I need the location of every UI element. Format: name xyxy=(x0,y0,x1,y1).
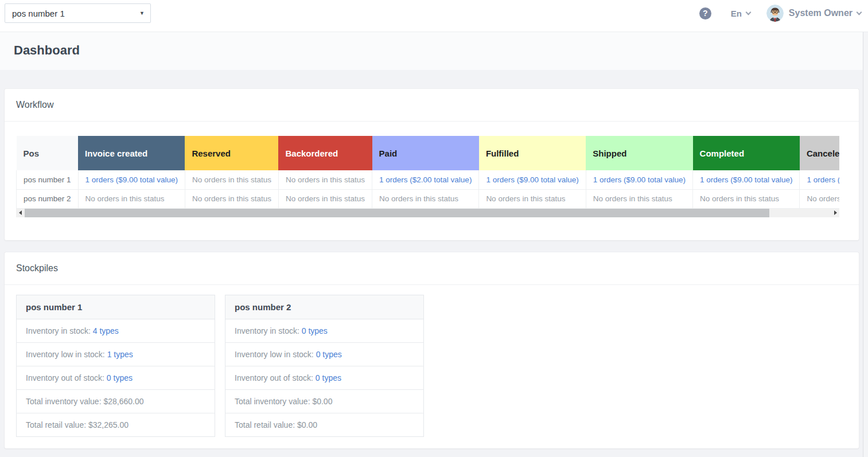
language-menu[interactable]: En xyxy=(731,9,750,18)
stockpile-row: Inventory in stock: 4 types xyxy=(17,319,215,342)
chevron-down-icon xyxy=(857,10,862,15)
pos-select-value: pos number 1 xyxy=(12,9,65,18)
stockpile-panel-title: pos number 2 xyxy=(225,295,424,319)
stockpile-value-cell: Total inventory value: $0.00 xyxy=(225,389,424,413)
workflow-card-body: PosInvoice createdReservedBackorderedPai… xyxy=(5,122,859,240)
stockpiles-card-title: Stockpiles xyxy=(5,252,859,285)
workflow-empty-cell: No orders in this status xyxy=(185,189,278,208)
vertical-scrollbar[interactable] xyxy=(863,32,868,457)
workflow-column-pos: Pos xyxy=(17,136,79,170)
content: Workflow PosInvoice createdReservedBacko… xyxy=(0,89,868,448)
stockpile-value-cell: Total retail value: $32,265.00 xyxy=(17,413,215,436)
topbar-actions: ? En System Owner xyxy=(699,3,861,23)
workflow-card: Workflow PosInvoice createdReservedBacko… xyxy=(5,89,859,240)
workflow-cell: 1 orders ($9.00 total value) xyxy=(586,170,692,189)
stockpile-panel: pos number 1Inventory in stock: 4 typesI… xyxy=(16,295,215,437)
workflow-card-title: Workflow xyxy=(5,89,859,122)
stockpile-row: Total inventory value: $0.00 xyxy=(225,389,424,413)
workflow-column-invoice-created: Invoice created xyxy=(78,136,185,170)
workflow-column-fulfilled: Fulfilled xyxy=(479,136,586,170)
stockpile-row: Total inventory value: $28,660.00 xyxy=(17,389,215,413)
stockpile-types-link[interactable]: 0 types xyxy=(316,350,342,359)
stockpile-row-label: Total retail value: $32,265.00 xyxy=(26,420,129,429)
stockpile-stat-cell: Inventory low in stock: 1 types xyxy=(17,342,215,366)
workflow-column-backordered: Backordered xyxy=(278,136,372,170)
workflow-row: pos number 11 orders ($9.00 total value)… xyxy=(17,170,840,189)
workflow-orders-link[interactable]: 1 orders ($9.00 total value) xyxy=(700,175,792,184)
stockpile-types-link[interactable]: 1 types xyxy=(107,350,133,359)
workflow-empty-cell: No orders in this status xyxy=(479,189,586,208)
chevron-down-icon xyxy=(745,10,751,15)
stockpile-stat-cell: Inventory low in stock: 0 types xyxy=(225,342,424,366)
stockpile-row-label: Inventory in stock: xyxy=(235,326,299,335)
workflow-row: pos number 2No orders in this statusNo o… xyxy=(17,189,840,208)
workflow-row-pos: pos number 2 xyxy=(17,189,79,208)
workflow-cell: 1 orders ($9.00 total value) xyxy=(78,170,185,189)
stockpile-value-cell: Total retail value: $0.00 xyxy=(225,413,424,436)
scrollbar-thumb[interactable] xyxy=(25,209,769,217)
workflow-empty-cell: No orders in this status xyxy=(586,189,692,208)
workflow-empty-cell: No orders in this status xyxy=(185,170,278,189)
workflow-orders-link[interactable]: 1 orders ($2.00 total value) xyxy=(807,175,839,184)
workflow-orders-link[interactable]: 1 orders ($9.00 total value) xyxy=(593,175,686,184)
workflow-column-canceled: Canceled xyxy=(800,136,839,170)
stockpile-stat-cell: Inventory in stock: 0 types xyxy=(225,319,424,342)
stockpile-value-cell: Total inventory value: $28,660.00 xyxy=(17,389,215,413)
stockpile-types-link[interactable]: 0 types xyxy=(107,373,133,382)
workflow-table: PosInvoice createdReservedBackorderedPai… xyxy=(16,136,839,209)
stockpile-row: Inventory in stock: 0 types xyxy=(225,319,424,342)
workflow-orders-link[interactable]: 1 orders ($2.00 total value) xyxy=(379,175,472,184)
stockpile-row-label: Inventory out of stock: xyxy=(235,373,313,382)
stockpile-panel: pos number 2Inventory in stock: 0 typesI… xyxy=(225,295,424,437)
workflow-table-viewport[interactable]: PosInvoice createdReservedBackorderedPai… xyxy=(16,136,839,209)
stockpile-stat-cell: Inventory out of stock: 0 types xyxy=(225,366,424,389)
stockpile-row-label: Total inventory value: $0.00 xyxy=(235,397,332,406)
stockpile-row: Inventory out of stock: 0 types xyxy=(17,366,215,389)
help-glyph: ? xyxy=(703,9,708,18)
workflow-empty-cell: No orders in this status xyxy=(278,189,372,208)
workflow-cell: 1 orders ($9.00 total value) xyxy=(479,170,586,189)
pos-select[interactable]: pos number 1 ▼ xyxy=(5,3,151,23)
workflow-empty-cell: No orders in this status xyxy=(800,189,839,208)
stockpile-panels: pos number 1Inventory in stock: 4 typesI… xyxy=(16,295,847,437)
stockpiles-card: Stockpiles pos number 1Inventory in stoc… xyxy=(5,252,859,448)
scroll-left-arrow-icon[interactable] xyxy=(16,209,24,217)
workflow-orders-link[interactable]: 1 orders ($9.00 total value) xyxy=(85,175,178,184)
page-heading-band: Dashboard xyxy=(0,32,868,70)
stockpile-panel-title: pos number 1 xyxy=(17,295,215,319)
user-name: System Owner xyxy=(789,8,853,18)
stockpile-types-link[interactable]: 0 types xyxy=(316,373,341,382)
stockpile-stat-cell: Inventory in stock: 4 types xyxy=(17,319,215,342)
stockpile-row-label: Total retail value: $0.00 xyxy=(235,420,317,429)
horizontal-scrollbar[interactable] xyxy=(16,209,839,217)
workflow-column-shipped: Shipped xyxy=(586,136,692,170)
stockpile-row-label: Inventory in stock: xyxy=(26,326,91,335)
avatar xyxy=(766,5,784,22)
stockpile-row: Inventory low in stock: 1 types xyxy=(17,342,215,366)
stockpile-row-label: Inventory low in stock: xyxy=(26,350,105,359)
user-menu[interactable]: System Owner xyxy=(766,5,861,22)
select-caret-icon: ▼ xyxy=(139,11,145,16)
page-title: Dashboard xyxy=(14,43,854,58)
stockpiles-card-body: pos number 1Inventory in stock: 4 typesI… xyxy=(5,285,859,448)
workflow-cell: 1 orders ($2.00 total value) xyxy=(800,170,839,189)
workflow-column-completed: Completed xyxy=(693,136,800,170)
workflow-cell: 1 orders ($9.00 total value) xyxy=(693,170,800,189)
stockpile-types-link[interactable]: 0 types xyxy=(302,326,328,335)
workflow-empty-cell: No orders in this status xyxy=(78,189,185,208)
stockpile-row-label: Total inventory value: $28,660.00 xyxy=(26,397,143,406)
scroll-right-arrow-icon[interactable] xyxy=(831,209,839,217)
stockpile-row: Total retail value: $0.00 xyxy=(225,413,424,436)
workflow-empty-cell: No orders in this status xyxy=(693,189,800,208)
workflow-column-paid: Paid xyxy=(372,136,479,170)
stockpile-stat-cell: Inventory out of stock: 0 types xyxy=(17,366,215,389)
stockpile-row: Total retail value: $32,265.00 xyxy=(17,413,215,436)
workflow-row-pos: pos number 1 xyxy=(17,170,79,189)
help-icon[interactable]: ? xyxy=(699,7,711,19)
workflow-orders-link[interactable]: 1 orders ($9.00 total value) xyxy=(486,175,578,184)
workflow-column-reserved: Reserved xyxy=(185,136,278,170)
stockpile-types-link[interactable]: 4 types xyxy=(93,326,119,335)
workflow-cell: 1 orders ($2.00 total value) xyxy=(372,170,479,189)
stockpile-row-label: Inventory low in stock: xyxy=(235,350,314,359)
language-label: En xyxy=(731,9,742,18)
